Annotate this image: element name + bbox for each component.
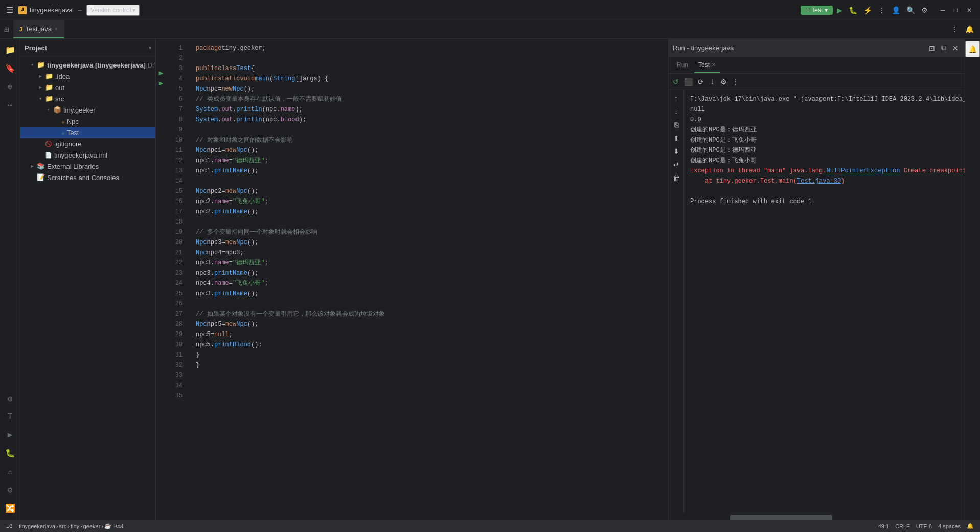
- gitignore-icon: 🚫: [45, 141, 52, 147]
- test-java-link[interactable]: Test.java:30: [797, 178, 841, 185]
- run-wrap-button[interactable]: ↵: [671, 159, 681, 171]
- vcs-status-item[interactable]: ⎇: [4, 523, 15, 529]
- run-more-button[interactable]: ⋮: [730, 76, 741, 88]
- code-line-31: }: [192, 350, 668, 360]
- run-scroll-button[interactable]: ⤓: [707, 76, 717, 88]
- tree-item-idea[interactable]: ▶ 📁 .idea: [20, 71, 155, 82]
- project-status-item[interactable]: tinygeekerjava › src › tiny › geeker › ☕…: [17, 523, 125, 529]
- close-button[interactable]: ✕: [963, 5, 976, 16]
- tabs-project-icon[interactable]: ⊞: [2, 23, 11, 37]
- run-config-button[interactable]: □ Test ▾: [801, 6, 833, 15]
- settings-icon[interactable]: ⚙: [919, 4, 930, 16]
- code-line-27: // 如果某个对象没有一个变量引用它，那么该对象就会成为垃圾对象: [192, 309, 668, 319]
- more-options-icon[interactable]: ⋮: [876, 4, 887, 16]
- tab-close-button[interactable]: ×: [55, 26, 58, 32]
- sidebar-git-icon[interactable]: 🔀: [0, 499, 20, 518]
- sidebar-services-icon[interactable]: ⚙: [0, 481, 20, 499]
- status-notifications-button[interactable]: 🔔: [965, 523, 976, 529]
- tree-item-root[interactable]: ▾ 📁 tinygeekerjava [tinygeekerjava] D:\t…: [20, 59, 155, 71]
- ext-libs-icon: 📚: [37, 162, 45, 170]
- run-panel-float-button[interactable]: ⧉: [939, 41, 948, 54]
- run-indicator-4[interactable]: ▶: [156, 78, 166, 88]
- run-clear-button[interactable]: 🗑: [671, 172, 682, 184]
- run-rerun-button[interactable]: ⟳: [696, 76, 706, 88]
- run-output-line-2: null: [690, 104, 959, 115]
- code-line-1: package tiny.geeker;: [192, 43, 668, 53]
- tree-item-package[interactable]: ▾ 📦 tiny.geeker: [20, 104, 155, 116]
- run-stop-button[interactable]: ⬛: [682, 76, 695, 88]
- tree-content: ▾ 📁 tinygeekerjava [tinygeekerjava] D:\t…: [20, 57, 155, 520]
- run-left-toolbar: ↑ ↓ ⎘ ⬆ ⬇ ↵ 🗑: [669, 90, 684, 514]
- run-filter2-button[interactable]: ⬇: [671, 145, 681, 158]
- search-icon[interactable]: 🔍: [904, 4, 917, 16]
- sidebar-problems-icon[interactable]: ⚠: [0, 462, 20, 481]
- run-play-button[interactable]: ▶: [835, 4, 845, 16]
- sidebar-run-icon[interactable]: ▶: [0, 426, 20, 444]
- window-controls: ─ □ ✕: [936, 5, 976, 16]
- right-notifications-icon[interactable]: 🔔: [965, 41, 980, 57]
- user-icon[interactable]: 👤: [890, 4, 902, 16]
- tree-item-npc[interactable]: ▶ ☕ Npc: [20, 116, 155, 127]
- code-line-21: Npc npc4 = npc3;: [192, 248, 668, 258]
- editor-more-options[interactable]: ⋮: [949, 23, 960, 36]
- run-scroll-up-button[interactable]: ↑: [672, 92, 680, 104]
- project-dropdown-icon[interactable]: ▾: [149, 45, 151, 51]
- status-indent[interactable]: 4 spaces: [936, 523, 963, 529]
- status-line-separator[interactable]: CRLF: [893, 523, 912, 529]
- code-line-16: npc2.name = "飞兔小哥";: [192, 196, 668, 207]
- run-panel-titlebar: Run - tinygeekerjava ⊡ ⧉ ✕: [669, 39, 965, 57]
- maximize-button[interactable]: □: [950, 5, 962, 16]
- tree-arrow-package: ▾: [47, 107, 53, 113]
- run-indicator-3[interactable]: ▶: [156, 68, 166, 78]
- notifications-icon[interactable]: 🔔: [963, 23, 976, 36]
- project-tree-header: Project ▾: [20, 39, 155, 57]
- sidebar-plugins-icon[interactable]: ⚙: [0, 390, 20, 408]
- code-editor[interactable]: package tiny.geeker; public class Test {…: [192, 39, 668, 520]
- run-restart-button[interactable]: ↺: [671, 76, 681, 88]
- tree-item-out[interactable]: ▶ 📁 out: [20, 82, 155, 93]
- code-content: ▶ ▶: [156, 39, 668, 520]
- run-filter-button[interactable]: ⬆: [671, 132, 681, 144]
- run-tab-run[interactable]: Run: [673, 57, 692, 73]
- tab-test-java[interactable]: J Test.java ×: [13, 20, 64, 38]
- tree-item-ext-libs[interactable]: ▶ 📚 External Libraries: [20, 161, 155, 172]
- tree-item-scratches[interactable]: ▶ 📝 Scratches and Consoles: [20, 172, 155, 183]
- sidebar-learn-icon[interactable]: T: [0, 408, 20, 426]
- tree-arrow-idea: ▶: [39, 73, 45, 79]
- profile-button[interactable]: ⚡: [861, 4, 874, 16]
- status-position[interactable]: 49:1: [876, 523, 891, 529]
- hamburger-menu-icon[interactable]: ☰: [4, 3, 15, 17]
- tree-item-test[interactable]: ▶ ☕ Test: [20, 127, 155, 138]
- tree-out-label: out: [55, 84, 64, 92]
- run-tab-test[interactable]: Test ✕: [694, 57, 720, 73]
- sidebar-bookmarks-icon[interactable]: 🔖: [0, 59, 20, 78]
- run-scrollbar[interactable]: [669, 514, 965, 520]
- minimize-button[interactable]: ─: [936, 5, 949, 16]
- tree-idea-label: .idea: [55, 73, 70, 80]
- run-panel-icons: ⊡ ⧉ ✕: [927, 41, 961, 54]
- tree-item-iml[interactable]: ▶ 📄 tinygeekerjava.iml: [20, 149, 155, 161]
- tree-item-src[interactable]: ▾ 📁 src: [20, 93, 155, 104]
- null-pointer-link[interactable]: NullPointerException: [826, 167, 900, 174]
- tab-label: Test.java: [26, 25, 52, 33]
- run-output-line-5: 创建的NPC是：飞兔小哥: [690, 135, 959, 145]
- title-bar-left: ☰ J tinygeekerjava – Version control ▾: [4, 3, 140, 17]
- sidebar-project-icon[interactable]: 📁: [0, 41, 20, 59]
- run-scroll-down-button[interactable]: ↓: [672, 105, 680, 118]
- run-panel-close-button[interactable]: ✕: [950, 41, 961, 54]
- run-debug-button[interactable]: 🐛: [847, 4, 859, 16]
- scratches-icon: 📝: [37, 173, 45, 182]
- sidebar-debug-icon[interactable]: 🐛: [0, 444, 20, 462]
- java-file-icon: J: [19, 26, 22, 32]
- run-copy-button[interactable]: ⎘: [672, 119, 680, 131]
- status-encoding[interactable]: UTF-8: [914, 523, 934, 529]
- tree-item-gitignore[interactable]: ▶ 🚫 .gitignore: [20, 138, 155, 149]
- run-output-line-6: 创建的NPC是：德玛西亚: [690, 145, 959, 156]
- run-panel-expand-button[interactable]: ⊡: [927, 41, 937, 54]
- run-settings-button[interactable]: ⚙: [718, 76, 729, 88]
- sidebar-find-icon[interactable]: ⊕: [0, 78, 20, 96]
- sidebar-more-icon[interactable]: ⋯: [0, 96, 20, 115]
- version-control-button[interactable]: Version control ▾: [86, 5, 140, 16]
- run-tab-close-icon[interactable]: ✕: [712, 62, 716, 68]
- run-output-line-4: 创建的NPC是：德玛西亚: [690, 125, 959, 135]
